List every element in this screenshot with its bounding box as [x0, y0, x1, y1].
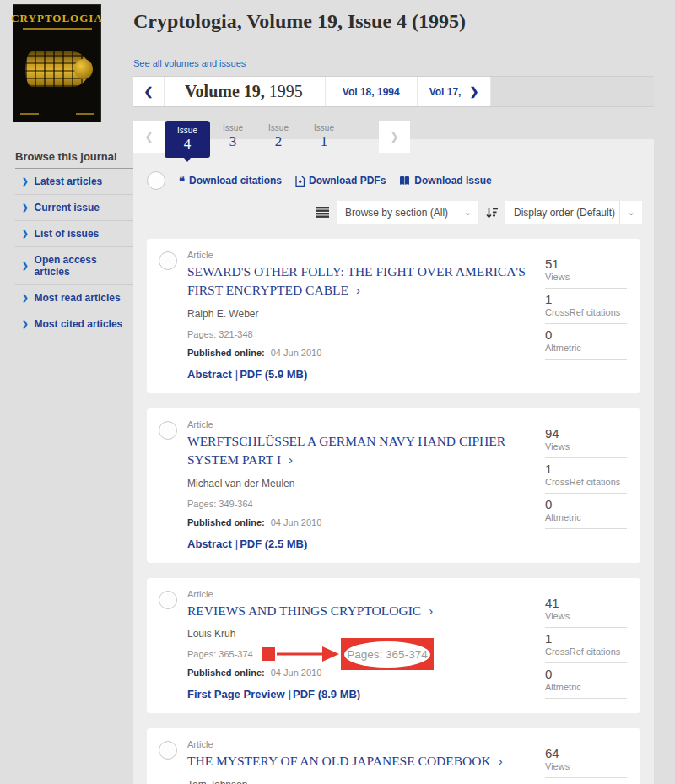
display-order-select[interactable]: Display order (Default) ⌄: [505, 201, 642, 224]
article-card: Article REVIEWS AND THINGS CRYPTOLOGIC› …: [147, 578, 640, 713]
pdf-link[interactable]: PDF (8.9 MB): [293, 688, 360, 700]
sidebar-item-most-cited[interactable]: ❯ Most cited articles: [15, 311, 133, 337]
download-issue-button[interactable]: Download Issue: [399, 175, 491, 187]
article-author: Tom Johnson: [187, 779, 537, 784]
crossref-count: 1: [545, 462, 627, 476]
chevron-right-icon: ❯: [22, 203, 29, 212]
tab-issue-1[interactable]: Issue 1: [301, 121, 347, 153]
article-pages: Pages: 321-348: [187, 329, 253, 339]
abstract-link[interactable]: Abstract: [187, 368, 232, 381]
pages-highlight-annotation: Pages: 365-374: [262, 638, 434, 670]
pdf-document-icon: [295, 176, 305, 187]
altmetric-count: 0: [545, 667, 627, 681]
first-page-preview-link[interactable]: First Page Preview: [187, 688, 285, 700]
journal-cover-subtitle-line: [23, 28, 92, 30]
crossref-count: 1: [545, 631, 627, 646]
journal-cover: CRYPTOLOGIA: [13, 4, 101, 122]
sidebar-heading: Browse this journal: [15, 150, 133, 169]
chevron-down-icon: ⌄: [456, 201, 478, 224]
journal-cover-footer-lines: [20, 113, 94, 115]
article-type-label: Article: [187, 589, 537, 599]
article-author: Michael van der Meulen: [187, 478, 537, 489]
crossref-count: 1: [545, 292, 627, 306]
article-checkbox[interactable]: [159, 421, 177, 440]
published-online-date: 04 Jun 2010: [271, 517, 322, 527]
section-list-icon: [316, 207, 329, 218]
current-volume-label: Volume 19, 1995: [165, 77, 326, 106]
altmetric-count: 0: [545, 327, 627, 342]
sidebar-item-current-issue[interactable]: ❯ Current issue: [15, 195, 133, 221]
volume-prev-button[interactable]: ❮: [133, 77, 165, 106]
article-type-label: Article: [187, 250, 537, 260]
chevron-right-icon: ❯: [22, 320, 29, 328]
page-title: Cryptologia, Volume 19, Issue 4 (1995): [133, 10, 675, 33]
see-all-volumes-link[interactable]: See all volumes and issues: [133, 58, 246, 68]
chevron-right-icon: ❯: [22, 294, 29, 302]
sort-order-icon: [486, 207, 498, 219]
browse-journal-sidebar: Browse this journal ❯ Latest articles ❯ …: [15, 150, 133, 337]
chevron-left-icon: ❮: [144, 131, 153, 143]
article-pages: Pages: 365-374: [187, 649, 253, 659]
article-title-link[interactable]: SEWARD'S OTHER FOLLY: THE FIGHT OVER AME…: [187, 262, 537, 300]
views-count: 51: [545, 257, 627, 271]
sidebar-item-latest-articles[interactable]: ❯ Latest articles: [15, 169, 133, 195]
views-count: 94: [545, 426, 627, 441]
article-type-label: Article: [187, 739, 537, 749]
article-metrics: 64Views 0CrossRef citations 0Altmetric: [545, 739, 627, 784]
issue-tabs-next-button[interactable]: ❯: [379, 121, 410, 153]
views-count: 41: [545, 596, 627, 610]
volume-navigation-bar: ❮ Volume 19, 1995 Vol 18, 1994 Vol 17, ❯: [133, 76, 654, 107]
book-icon: [399, 176, 410, 186]
altmetric-count: 0: [545, 497, 627, 511]
annotation-arrow-icon: [277, 646, 339, 662]
annotation-callout-box: Pages: 365-374: [341, 638, 434, 670]
chevron-right-icon: ›: [499, 754, 503, 768]
chevron-right-icon: ›: [356, 283, 360, 297]
tab-issue-3[interactable]: Issue 3: [210, 121, 256, 153]
pdf-link[interactable]: PDF (5.9 MB): [240, 368, 307, 381]
cipher-cylinder-image: [25, 51, 89, 87]
published-online-label: Published online:: [187, 517, 265, 527]
pdf-link[interactable]: PDF (2.5 MB): [240, 538, 307, 550]
issue-tabs-prev-button[interactable]: ❮: [133, 121, 165, 153]
article-title-link[interactable]: WERFTSCHLÜSSEL A GERMAN NAVY HAND CIPHER…: [187, 432, 537, 470]
article-title-link[interactable]: THE MYSTERY OF AN OLD JAPANESE CODEBOOK›: [187, 752, 537, 770]
sidebar-item-open-access[interactable]: ❯ Open access articles: [15, 247, 133, 285]
views-count: 64: [545, 746, 627, 760]
article-metrics: 41Views 1CrossRef citations 0Altmetric: [545, 589, 627, 700]
article-metrics: 51Views 1CrossRef citations 0Altmetric: [545, 250, 627, 381]
published-online-date: 04 Jun 2010: [271, 348, 322, 358]
chevron-right-icon: ›: [429, 603, 433, 618]
chevron-down-icon: ⌄: [619, 201, 642, 224]
chevron-right-icon: ❯: [22, 177, 29, 186]
article-card: Article THE MYSTERY OF AN OLD JAPANESE C…: [147, 728, 640, 784]
chevron-right-icon: ›: [289, 452, 293, 467]
article-checkbox[interactable]: [159, 591, 177, 609]
published-online-label: Published online:: [187, 668, 265, 678]
article-author: Ralph E. Weber: [187, 308, 537, 320]
cipher-cylinder-endcap: [74, 59, 93, 79]
tab-issue-4[interactable]: Issue 4: [165, 121, 210, 158]
article-checkbox[interactable]: [159, 741, 177, 760]
article-type-label: Article: [187, 419, 537, 430]
volume-17-link[interactable]: Vol 17, ❯: [418, 77, 492, 106]
article-title-link[interactable]: REVIEWS AND THINGS CRYPTOLOGIC›: [187, 602, 537, 620]
article-checkbox[interactable]: [159, 251, 177, 270]
chevron-right-icon: ❯: [22, 230, 29, 238]
download-citations-button[interactable]: ❝ Download citations: [179, 175, 282, 187]
article-pages: Pages: 349-364: [187, 499, 253, 509]
sidebar-item-most-read[interactable]: ❯ Most read articles: [15, 285, 133, 311]
browse-by-section-select[interactable]: Browse by section (All) ⌄: [337, 201, 478, 224]
filter-toolbar: Browse by section (All) ⌄ Display order …: [133, 201, 654, 224]
abstract-link[interactable]: Abstract: [187, 538, 232, 550]
download-pdfs-button[interactable]: Download PDFs: [295, 175, 386, 187]
select-all-checkbox[interactable]: [147, 171, 165, 190]
chevron-left-icon: ❮: [144, 85, 154, 98]
chevron-right-icon: ❯: [390, 131, 398, 143]
tab-issue-2[interactable]: Issue 2: [256, 121, 301, 153]
volume-18-link[interactable]: Vol 18, 1994: [326, 77, 418, 106]
sidebar-item-list-of-issues[interactable]: ❯ List of issues: [15, 221, 133, 247]
chevron-right-icon: ❯: [22, 262, 29, 270]
article-card: Article WERFTSCHLÜSSEL A GERMAN NAVY HAN…: [147, 408, 640, 563]
article-card: Article SEWARD'S OTHER FOLLY: THE FIGHT …: [147, 239, 640, 393]
